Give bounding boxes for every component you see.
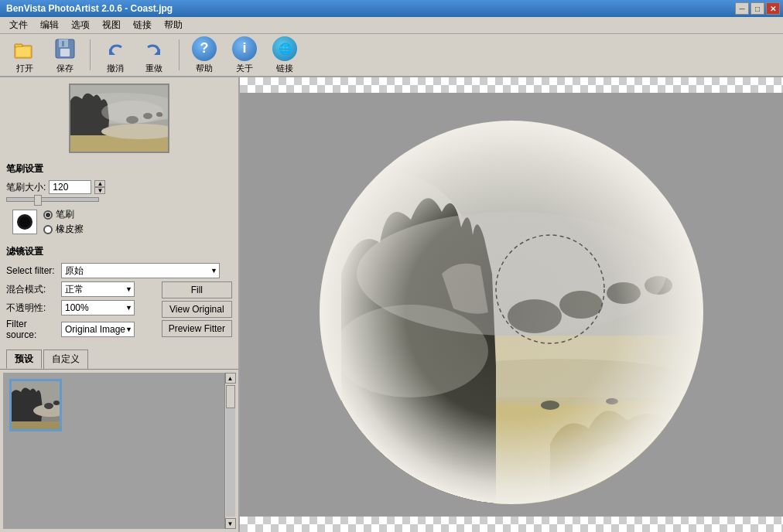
svg-point-19 [19, 217, 30, 227]
open-icon [12, 36, 37, 61]
help-icon: ? [192, 36, 217, 61]
maximize-button[interactable]: □ [751, 2, 764, 15]
scroll-down[interactable]: ▼ [225, 518, 236, 529]
brush-size-input[interactable]: 120 [49, 180, 91, 194]
brush-size-thumb[interactable] [34, 195, 42, 206]
opacity-arrow: ▼ [125, 304, 132, 312]
menu-edit[interactable]: 编辑 [34, 17, 65, 33]
photo-svg [318, 119, 705, 506]
open-button[interactable]: 打开 [6, 33, 43, 77]
redo-icon [142, 36, 166, 61]
canvas-area [240, 77, 783, 532]
save-icon [53, 36, 77, 61]
brush-size-slider-row [6, 197, 232, 205]
opacity-label: 不透明性: [6, 302, 56, 315]
blend-select[interactable]: 正常 ▼ [61, 281, 135, 297]
about-label: 关于 [236, 63, 253, 74]
scroll-thumb[interactable] [226, 385, 235, 408]
checker-bottom [240, 517, 783, 532]
preview-image-content [70, 85, 168, 152]
svg-marker-7 [109, 49, 115, 55]
filter-settings-header: 滤镜设置 [0, 242, 238, 260]
open-label: 打开 [16, 63, 33, 74]
menu-view[interactable]: 视图 [96, 17, 127, 33]
save-label: 保存 [56, 63, 74, 74]
window-title: BenVista PhotoArtist 2.0.6 - Coast.jpg [3, 3, 173, 14]
checker-top [240, 77, 783, 93]
menu-file[interactable]: 文件 [3, 17, 34, 33]
svg-rect-5 [60, 49, 70, 56]
brush-size-slider[interactable] [6, 197, 99, 202]
menu-help[interactable]: 帮助 [158, 17, 189, 33]
brush-settings: 笔刷大小: 120 ▲ ▼ [0, 177, 238, 242]
menu-options[interactable]: 选项 [65, 17, 96, 33]
opacity-value: 100% [65, 302, 89, 313]
eraser-radio-label: 橡皮擦 [56, 223, 84, 236]
presets-scrollbar: ▲ ▼ [224, 373, 235, 529]
blend-fill-row: 混合模式: 正常 ▼ 不透明性: 100% ▼ [6, 281, 232, 343]
opacity-row: 不透明性: 100% ▼ [6, 300, 152, 315]
scroll-up[interactable]: ▲ [225, 373, 236, 384]
brush-size-down[interactable]: ▼ [94, 187, 105, 194]
eraser-radio-row: 橡皮擦 [43, 223, 84, 236]
tab-custom[interactable]: 自定义 [43, 350, 88, 369]
source-select[interactable]: Original Image ▼ [61, 322, 135, 337]
tab-presets[interactable]: 预设 [6, 350, 42, 369]
toolbar-separator-1 [90, 39, 91, 70]
redo-button[interactable]: 重做 [135, 33, 173, 77]
photo-container [318, 119, 705, 506]
source-label: Filter source: [6, 319, 56, 340]
filter-select-arrow: ▼ [210, 267, 217, 275]
close-button[interactable]: ✕ [766, 2, 780, 15]
presets-content: ▲ ▼ [0, 370, 238, 532]
blend-opacity-source: 混合模式: 正常 ▼ 不透明性: 100% ▼ [6, 281, 152, 343]
scroll-track[interactable] [226, 385, 235, 517]
minimize-button[interactable]: ─ [735, 2, 749, 15]
blend-arrow: ▼ [125, 285, 132, 293]
filter-select[interactable]: 原始 ▼ [61, 263, 220, 278]
fill-button[interactable]: Fill [162, 281, 232, 298]
brush-size-up[interactable]: ▲ [94, 180, 105, 187]
canvas-content[interactable] [240, 93, 783, 532]
undo-button[interactable]: 撤消 [97, 33, 134, 77]
brush-size-value: 120 [53, 182, 68, 193]
preset-thumb-image [12, 381, 60, 429]
save-button[interactable]: 保存 [46, 33, 84, 77]
select-filter-label: Select filter: [6, 265, 56, 276]
svg-point-17 [101, 101, 163, 124]
undo-icon [103, 36, 128, 61]
svg-point-25 [53, 401, 60, 405]
window-controls: ─ □ ✕ [735, 2, 780, 15]
view-original-button[interactable]: View Original [162, 301, 232, 318]
preset-thumbnail-1[interactable] [9, 379, 62, 431]
title-bar: BenVista PhotoArtist 2.0.6 - Coast.jpg ─… [0, 0, 783, 17]
brush-size-spinners: ▲ ▼ [94, 180, 105, 194]
source-value: Original Image [65, 324, 125, 335]
blend-label: 混合模式: [6, 283, 56, 296]
blend-mode-row: 混合模式: 正常 ▼ [6, 281, 152, 297]
preview-filter-button[interactable]: Preview Fitter [162, 320, 232, 337]
main-layout: 笔刷设置 笔刷大小: 120 ▲ ▼ [0, 77, 783, 532]
help-label: 帮助 [196, 63, 213, 74]
select-filter-row: Select filter: 原始 ▼ [6, 263, 232, 278]
help-button[interactable]: ? 帮助 [186, 33, 223, 77]
svg-point-24 [44, 403, 53, 409]
canvas-bg [240, 93, 783, 532]
filter-button-group: Fill View Original Preview Fitter [162, 281, 232, 337]
opacity-select[interactable]: 100% ▼ [61, 300, 135, 315]
brush-preview-icon [12, 210, 37, 234]
undo-label: 撤消 [107, 63, 124, 74]
about-button[interactable]: i 关于 [226, 33, 263, 77]
brush-type-row: 笔刷 橡皮擦 [6, 205, 232, 239]
link-icon: 🌐 [272, 36, 297, 61]
eraser-radio[interactable] [43, 225, 53, 234]
menu-link[interactable]: 链接 [127, 17, 158, 33]
source-arrow: ▼ [125, 326, 132, 333]
toolbar-separator-2 [179, 39, 180, 70]
brush-radio[interactable] [43, 210, 53, 220]
link-button[interactable]: 🌐 链接 [266, 33, 303, 77]
redo-label: 重做 [145, 63, 162, 74]
link-label: 链接 [276, 63, 293, 74]
preview-image [69, 84, 169, 153]
filter-select-value: 原始 [65, 264, 84, 278]
